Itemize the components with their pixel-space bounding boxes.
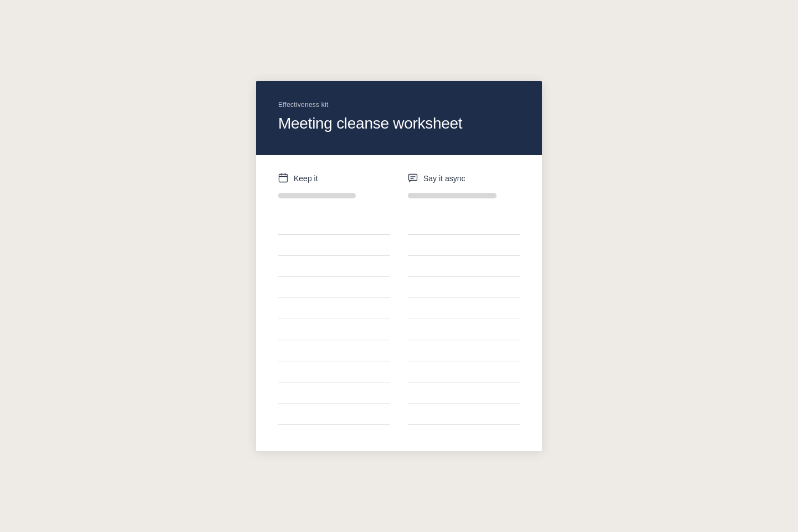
say-it-async-lines (408, 214, 520, 424)
keep-it-line-9[interactable] (278, 382, 390, 403)
keep-it-line-4[interactable] (278, 277, 390, 298)
say-it-line-3[interactable] (408, 256, 520, 277)
say-it-line-1[interactable] (408, 214, 520, 235)
card-body: Keep it (256, 155, 542, 451)
say-it-async-description-bar (408, 193, 497, 198)
say-it-line-5[interactable] (408, 298, 520, 319)
keep-it-line-8[interactable] (278, 361, 390, 382)
worksheet-card: Effectiveness kit Meeting cleanse worksh… (256, 81, 542, 451)
say-it-line-9[interactable] (408, 382, 520, 403)
card-header: Effectiveness kit Meeting cleanse worksh… (256, 81, 542, 155)
column-keep-it: Keep it (278, 173, 390, 424)
keep-it-line-3[interactable] (278, 256, 390, 277)
keep-it-label: Keep it (294, 174, 318, 183)
columns-container: Keep it (278, 173, 520, 424)
svg-rect-0 (279, 174, 288, 182)
message-icon (408, 173, 419, 184)
page-title: Meeting cleanse worksheet (278, 114, 520, 133)
keep-it-line-6[interactable] (278, 319, 390, 340)
keep-it-header: Keep it (278, 173, 390, 184)
kit-label: Effectiveness kit (278, 101, 520, 109)
keep-it-description-bar (278, 193, 356, 198)
column-say-it-async: Say it async (408, 173, 520, 424)
keep-it-line-5[interactable] (278, 298, 390, 319)
keep-it-lines (278, 214, 390, 424)
keep-it-line-10[interactable] (278, 403, 390, 424)
say-it-line-7[interactable] (408, 340, 520, 361)
keep-it-line-2[interactable] (278, 235, 390, 256)
keep-it-line-7[interactable] (278, 340, 390, 361)
say-it-async-label: Say it async (423, 174, 465, 183)
say-it-line-4[interactable] (408, 277, 520, 298)
say-it-line-2[interactable] (408, 235, 520, 256)
keep-it-line-1[interactable] (278, 214, 390, 235)
say-it-line-10[interactable] (408, 403, 520, 424)
calendar-icon (278, 173, 289, 184)
say-it-line-8[interactable] (408, 361, 520, 382)
svg-rect-1 (409, 174, 417, 180)
say-it-async-header: Say it async (408, 173, 520, 184)
say-it-line-6[interactable] (408, 319, 520, 340)
